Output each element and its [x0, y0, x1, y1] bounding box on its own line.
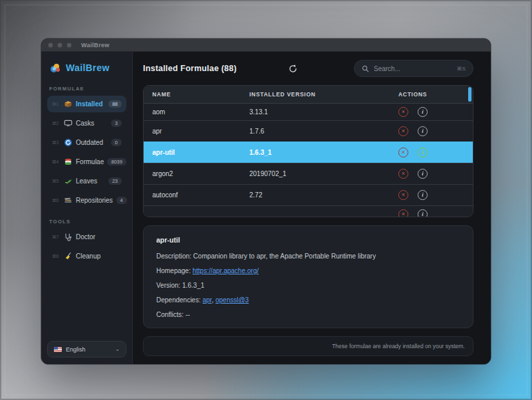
- row-version: 1.6.3_1: [249, 149, 398, 156]
- row-name: autoconf: [152, 191, 249, 199]
- sidebar: WailBrew FORMULAE ⌘1 Installed 88 ⌘2 Cas…: [41, 52, 133, 364]
- search-icon: [362, 65, 369, 72]
- sidebar-sections: FORMULAE ⌘1 Installed 88 ⌘2 Casks 3 ⌘3 O…: [47, 76, 126, 267]
- brand-name: WailBrew: [66, 62, 110, 73]
- shortcut-label: ⌘6: [52, 198, 61, 203]
- row-name: argon2: [152, 170, 249, 177]
- shortcut-label: ⌘1: [52, 102, 61, 107]
- books-icon: [64, 196, 72, 205]
- details-description: Description: Companion library to apr, t…: [156, 252, 460, 260]
- table-row[interactable]: apr 1.7.6 × i: [144, 120, 473, 142]
- window-title: WailBrew: [81, 42, 110, 49]
- stethoscope-icon: [64, 233, 72, 241]
- info-icon[interactable]: i: [418, 148, 428, 157]
- count-badge: 3: [111, 120, 122, 128]
- row-name: aom: [152, 108, 249, 116]
- sidebar-item-doctor[interactable]: ⌘7 Doctor: [47, 229, 126, 245]
- table-row[interactable]: aom 3.13.1 × i: [144, 104, 473, 120]
- table-header: NAME INSTALLED VERSION ACTIONS: [144, 86, 473, 104]
- status-note: These formulae are already installed on …: [332, 343, 465, 350]
- uninstall-icon[interactable]: ×: [398, 126, 408, 136]
- uninstall-icon[interactable]: ×: [398, 148, 408, 157]
- chevron-down-icon: ⌄: [115, 346, 120, 352]
- search-shortcut-badge: ⌘S: [457, 66, 466, 72]
- search-box[interactable]: ⌘S: [354, 60, 473, 77]
- table-row[interactable]: argon2 20190702_1 × i: [144, 163, 473, 184]
- shortcut-label: ⌘2: [52, 121, 61, 126]
- zoom-window-button[interactable]: [66, 43, 72, 48]
- app-window: WailBrew WailBrew FORMULAE ⌘1 Installed …: [41, 39, 491, 364]
- details-dependencies: Dependencies: apr, openssl@3: [156, 296, 460, 304]
- status-footer: These formulae are already installed on …: [143, 336, 473, 356]
- sidebar-item-outdated[interactable]: ⌘3 Outdated 0: [47, 134, 126, 151]
- main-panel: Installed Formulae (88) ⌘S: [133, 52, 491, 364]
- shortcut-label: ⌘5: [52, 179, 61, 184]
- row-version: 3.13.1: [249, 108, 398, 116]
- info-icon[interactable]: i: [418, 209, 428, 217]
- refresh-button[interactable]: [287, 62, 299, 74]
- uninstall-icon[interactable]: ×: [398, 169, 408, 179]
- dependency-link[interactable]: apr: [203, 296, 212, 304]
- details-panel: apr-util Description: Companion library …: [143, 225, 473, 328]
- wailbrew-logo-icon: [50, 63, 61, 73]
- column-installed-version: INSTALLED VERSION: [249, 91, 398, 98]
- us-flag-icon: [54, 347, 62, 352]
- shortcut-label: ⌘3: [52, 140, 61, 146]
- search-input[interactable]: [374, 65, 452, 72]
- sidebar-item-label: Outdated: [76, 139, 103, 146]
- details-version: Version: 1.6.3_1: [156, 282, 460, 289]
- sidebar-item-label: Repositories: [76, 197, 113, 204]
- table-row[interactable]: apr-util 1.6.3_1 × i: [144, 142, 473, 163]
- dependencies-links: apr, openssl@3: [203, 296, 249, 304]
- details-conflicts: Conflicts: --: [156, 311, 460, 318]
- table-row[interactable]: autoconf 2.72 × i: [144, 184, 473, 205]
- info-icon[interactable]: i: [418, 190, 428, 200]
- row-version: 1.7.6: [249, 128, 398, 135]
- sidebar-item-formulae[interactable]: ⌘4 Formulae 8039: [47, 153, 126, 170]
- details-title: apr-util: [156, 236, 460, 244]
- sidebar-item-label: Cleanup: [76, 252, 100, 260]
- broom-icon: [64, 252, 72, 260]
- sidebar-item-label: Casks: [76, 120, 94, 127]
- column-name: NAME: [152, 91, 249, 98]
- sidebar-item-cleanup[interactable]: ⌘8 Cleanup: [47, 248, 126, 264]
- monitor-icon: [64, 119, 72, 128]
- page-title: Installed Formulae (88): [143, 64, 237, 73]
- table-row-partial[interactable]: × i: [144, 205, 473, 217]
- info-icon[interactable]: i: [418, 107, 428, 117]
- close-window-button[interactable]: [48, 43, 53, 48]
- count-badge: 88: [108, 100, 122, 108]
- row-version: 20190702_1: [249, 170, 398, 177]
- refresh-icon: [288, 64, 298, 74]
- minimize-window-button[interactable]: [57, 43, 63, 48]
- count-badge: 8039: [107, 158, 126, 166]
- count-badge: 0: [111, 139, 122, 147]
- language-select[interactable]: English ⌄: [47, 341, 126, 357]
- main-header: Installed Formulae (88) ⌘S: [143, 52, 473, 85]
- homepage-link[interactable]: https://apr.apache.org/: [192, 267, 259, 274]
- language-label: English: [66, 346, 86, 353]
- shortcut-label: ⌘4: [52, 159, 61, 165]
- table-scrollbar-thumb[interactable]: [468, 87, 471, 102]
- count-badge: 23: [108, 177, 122, 185]
- uninstall-icon[interactable]: ×: [398, 107, 408, 117]
- row-name: apr-util: [152, 149, 249, 156]
- dependency-link[interactable]: openssl@3: [215, 296, 249, 304]
- brand: WailBrew: [50, 62, 124, 73]
- package-icon: [64, 100, 72, 108]
- sidebar-item-label: Leaves: [76, 177, 97, 185]
- sidebar-item-installed[interactable]: ⌘1 Installed 88: [47, 96, 126, 112]
- uninstall-icon[interactable]: ×: [398, 209, 408, 217]
- leaf-icon: [64, 177, 72, 185]
- sidebar-item-casks[interactable]: ⌘2 Casks 3: [47, 115, 126, 132]
- sidebar-item-leaves[interactable]: ⌘5 Leaves 23: [47, 173, 126, 189]
- row-version: 2.72: [249, 191, 398, 199]
- column-actions: ACTIONS: [398, 91, 473, 98]
- sidebar-item-label: Doctor: [76, 233, 95, 241]
- info-icon[interactable]: i: [418, 126, 428, 136]
- uninstall-icon[interactable]: ×: [398, 190, 408, 200]
- sidebar-item-repositories[interactable]: ⌘6 Repositories 4: [47, 192, 126, 209]
- shortcut-label: ⌘8: [52, 254, 61, 259]
- section-label: FORMULAE: [49, 86, 124, 92]
- info-icon[interactable]: i: [418, 169, 428, 179]
